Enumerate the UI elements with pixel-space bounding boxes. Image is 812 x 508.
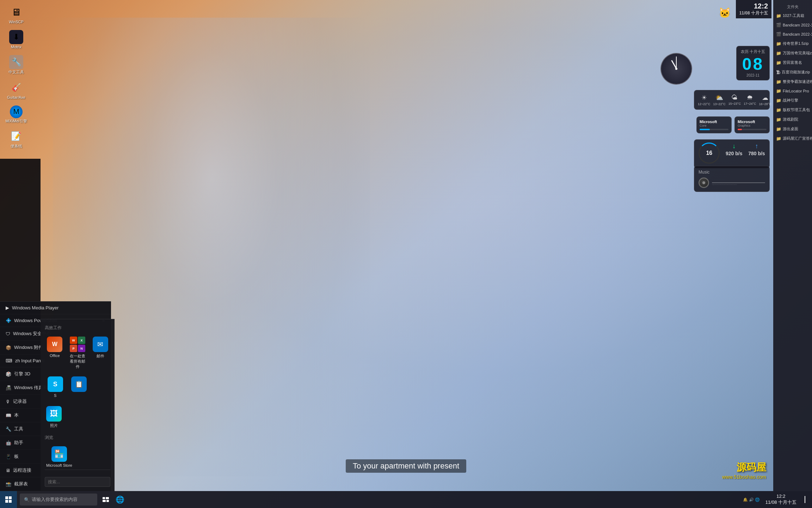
file-item-icon: 📁 bbox=[776, 98, 781, 103]
file-item[interactable]: 🎬Bandicam 2022-11 bbox=[773, 20, 812, 30]
mail-group-icon: W X P N bbox=[70, 337, 85, 352]
on-mini: N bbox=[78, 345, 85, 352]
file-item-icon: 📁 bbox=[776, 136, 781, 141]
word-mini: W bbox=[70, 337, 77, 344]
desktop-icon-tool1[interactable]: 🔧 中文工具 bbox=[4, 54, 29, 76]
desktop-icon-garuda[interactable]: 🎸 Guitar/Axe bbox=[4, 79, 29, 101]
menu-item-mediaplayer[interactable]: ▶ Windows Media Player bbox=[0, 302, 111, 314]
lunar-date-header: 农历 十月十五 bbox=[741, 49, 765, 54]
cpu-bar-fill bbox=[700, 129, 710, 130]
skype-icon: S bbox=[48, 376, 63, 392]
file-item-icon: 📁 bbox=[776, 127, 781, 132]
file-item-icon: 📁 bbox=[776, 51, 781, 56]
weather-icon-5: ☁ bbox=[762, 94, 768, 102]
mixin-icon: M bbox=[10, 105, 23, 118]
weather-temp-5: 16~28°C bbox=[759, 102, 771, 106]
weather-icon-3: 🌤 bbox=[731, 94, 738, 101]
cat-icon[interactable]: 🐱 bbox=[719, 7, 731, 19]
file-item-label: 万国传奇完美端zip bbox=[783, 50, 812, 56]
network-dial: 16 bbox=[699, 143, 720, 164]
file-item[interactable]: 📁游出桌面 bbox=[773, 124, 812, 134]
mail-group-label: 在一处查看所有邮件 bbox=[69, 353, 86, 369]
tray-icon-2[interactable]: 🔊 bbox=[749, 497, 754, 502]
tray-date-value: 11/08 十月十五 bbox=[765, 500, 796, 506]
svg-rect-0 bbox=[5, 496, 8, 499]
store-icon: 🏪 bbox=[51, 446, 67, 462]
mediaplayer-icon: ▶ bbox=[6, 305, 9, 310]
tray-icon-1[interactable]: 🔔 bbox=[743, 497, 748, 502]
taskbar-search-bar[interactable]: 🔍 请输入你要搜索的内容 bbox=[20, 494, 97, 506]
mediaplayer-label: Windows Media Player bbox=[12, 305, 59, 310]
weather-day-2: ⛅ 13~22°C bbox=[713, 94, 725, 106]
notification-button[interactable] bbox=[801, 491, 809, 508]
remote-label: 远程连接 bbox=[13, 467, 31, 473]
file-item[interactable]: 📁整资争霸加速进程 bbox=[773, 77, 812, 86]
file-item[interactable]: 📁版权节理工具包 bbox=[773, 105, 812, 115]
music-widget: Music ................................ bbox=[694, 166, 770, 192]
ppt-mini: P bbox=[70, 345, 77, 352]
download-speed: 920 b/s bbox=[726, 151, 742, 156]
edge-browser-button[interactable]: 🌐 bbox=[113, 492, 127, 507]
tool1-icon: 🔧 bbox=[9, 55, 23, 69]
music-progress-bar[interactable]: ................................ bbox=[712, 182, 765, 183]
desktop-icon-motrix[interactable]: ⬇ Motrix bbox=[4, 29, 29, 51]
file-item-label: 游戏剧院 bbox=[783, 117, 798, 122]
desktop-icon-mixin[interactable]: M MiXiMei引擎 bbox=[4, 104, 29, 125]
watermark-url: www.51boshao.com bbox=[722, 474, 766, 480]
upload-item: ↑ 780 b/s bbox=[748, 143, 765, 165]
file-item-label: 百度功能加速zip bbox=[782, 69, 810, 75]
cpu-widget: Microsoft Core bbox=[696, 116, 732, 133]
file-item[interactable]: 📁1027-工具箱 bbox=[773, 11, 812, 20]
file-item[interactable]: 📁万国传奇完美端zip bbox=[773, 48, 812, 58]
mail-label: 邮件 bbox=[97, 353, 104, 359]
photos-icon: 🖼 bbox=[46, 406, 62, 422]
upload-speed: 780 b/s bbox=[748, 151, 765, 156]
tray-icon-3[interactable]: 🌐 bbox=[755, 497, 760, 502]
music-controls[interactable]: ................................ bbox=[699, 177, 765, 188]
app-mail-group[interactable]: W X P N 在一处查看所有邮件 bbox=[68, 334, 88, 371]
gpu-subtitle: Graphics bbox=[738, 124, 767, 127]
motrix-label: Motrix bbox=[11, 45, 21, 49]
desktop-icon-notes[interactable]: 📝 便条纸 bbox=[4, 128, 29, 150]
weather-day-1: ☀ 12~22°C bbox=[698, 94, 710, 106]
file-item-label: 1027-工具箱 bbox=[783, 13, 804, 18]
cat-emoji: 🐱 bbox=[719, 7, 731, 18]
app-extra[interactable]: 📋 bbox=[68, 374, 89, 400]
app-search-input[interactable] bbox=[45, 477, 110, 487]
app-office[interactable]: W Office bbox=[45, 334, 65, 371]
date-year: 2022-11 bbox=[741, 73, 765, 77]
svg-rect-6 bbox=[103, 500, 106, 502]
file-item[interactable]: 📁苦田富凿名 bbox=[773, 58, 812, 67]
tray-time[interactable]: 12:2 11/08 十月十五 bbox=[763, 494, 799, 506]
file-item-label: Bandicam 2022-11 bbox=[783, 32, 812, 36]
system-tray: 🔔 🔊 🌐 12:2 11/08 十月十五 bbox=[742, 491, 812, 508]
task-view-button[interactable] bbox=[99, 492, 113, 507]
desktop-icon-winscp[interactable]: 🖥 WinSCP bbox=[4, 4, 29, 26]
desktop-icons-container: 🖥 WinSCP ⬇ Motrix 🔧 中文工具 🎸 Guitar/Axe M … bbox=[4, 4, 29, 150]
powershell-icon: 💠 bbox=[6, 318, 11, 323]
start-button[interactable] bbox=[0, 491, 17, 508]
file-item[interactable]: 📁源码屋汇广宣答程 bbox=[773, 134, 812, 143]
file-item-label: 整资争霸加速进程 bbox=[783, 79, 812, 84]
file-item-icon: 🎬 bbox=[776, 32, 781, 37]
gpu-bar bbox=[738, 129, 767, 130]
watermark: 源码屋 www.51boshao.com bbox=[722, 461, 766, 480]
music-disc[interactable] bbox=[699, 177, 709, 188]
app-mail[interactable]: ✉ 邮件 bbox=[90, 334, 110, 371]
file-item-label: FileLocator Pro bbox=[783, 89, 809, 93]
file-item[interactable]: 📁战神引擎 bbox=[773, 96, 812, 105]
file-item[interactable]: 📁游戏剧院 bbox=[773, 115, 812, 124]
app-skype[interactable]: S S bbox=[45, 374, 66, 400]
remote-icon: 🖥 bbox=[6, 468, 10, 473]
app-store[interactable]: 🏪 Microsoft Store bbox=[45, 444, 74, 470]
spacer bbox=[92, 374, 110, 400]
file-item[interactable]: 📁传奇世界1.5zip bbox=[773, 39, 812, 48]
file-item[interactable]: 🗜百度功能加速zip bbox=[773, 67, 812, 77]
app-photos[interactable]: 🖼 照片 bbox=[45, 404, 63, 430]
svg-rect-7 bbox=[106, 500, 109, 502]
file-item[interactable]: 📁FileLocator Pro bbox=[773, 86, 812, 96]
weather-widget: ☀ 12~22°C ⛅ 13~22°C 🌤 15~23°C 🌧 17~24°C … bbox=[694, 90, 770, 110]
date-value: 11/08 十月十五 bbox=[739, 10, 768, 16]
notes-label: 便条纸 bbox=[11, 144, 22, 149]
file-item[interactable]: 🎬Bandicam 2022-11 bbox=[773, 30, 812, 39]
